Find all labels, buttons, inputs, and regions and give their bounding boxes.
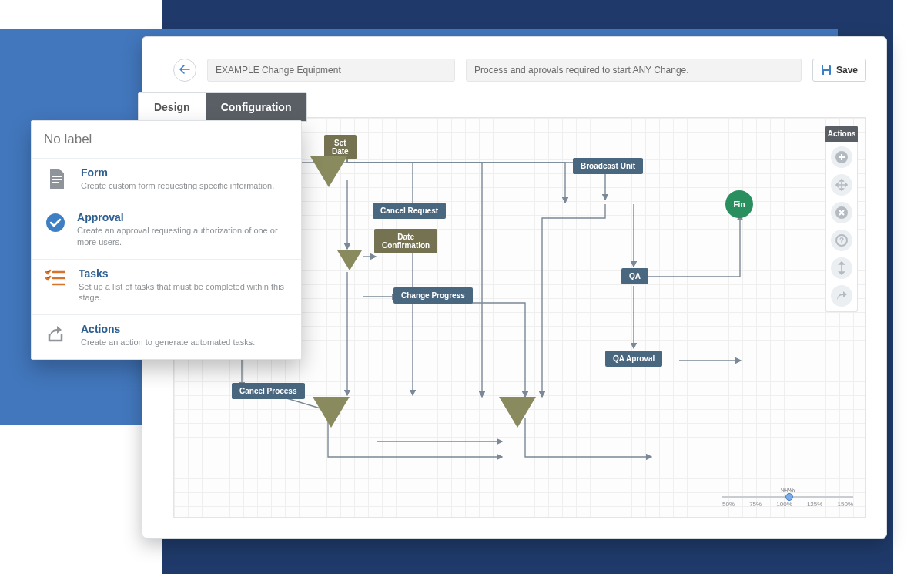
- popup-item-tasks[interactable]: Tasks Set up a list of tasks that must b…: [32, 259, 301, 315]
- svg-rect-1: [823, 65, 829, 69]
- tab-configuration[interactable]: Configuration: [206, 93, 307, 121]
- toolbar: Save: [173, 59, 866, 82]
- action-delete-button[interactable]: [831, 202, 852, 223]
- gateway-4[interactable]: [499, 397, 536, 428]
- action-move-button[interactable]: [831, 174, 852, 196]
- popup-item-title: Actions: [81, 323, 255, 335]
- popup-item-title: Tasks: [79, 267, 289, 280]
- action-add-button[interactable]: [831, 146, 852, 168]
- node-cancel-process[interactable]: Cancel Process: [232, 383, 305, 399]
- bg-shape-white: [0, 425, 148, 574]
- popup-item-approval[interactable]: Approval Create an approval requesting a…: [32, 203, 301, 259]
- popup-item-title: Approval: [77, 211, 289, 223]
- node-qa-aproval[interactable]: QA Aproval: [605, 351, 662, 367]
- actions-panel-body: ?: [825, 142, 858, 312]
- node-cancel-request[interactable]: Cancel Request: [373, 203, 446, 219]
- svg-rect-2: [824, 71, 829, 75]
- zoom-label-50: 50%: [722, 501, 735, 508]
- svg-text:?: ?: [839, 237, 844, 245]
- save-label: Save: [836, 65, 858, 76]
- action-share-button[interactable]: [831, 285, 852, 307]
- check-circle-icon: [44, 211, 66, 248]
- task-list-icon: [44, 267, 68, 304]
- action-help-button[interactable]: ?: [831, 230, 852, 251]
- x-circle-icon: [835, 206, 849, 220]
- gateway-1[interactable]: [310, 156, 347, 187]
- popup-item-desc: Create an action to generate automated t…: [81, 337, 255, 348]
- zoom-label-150: 150%: [838, 501, 853, 508]
- zoom-track[interactable]: [722, 496, 853, 498]
- back-arrow-icon: [179, 63, 190, 77]
- popup-item-desc: Create an approval requesting authorizat…: [77, 225, 289, 248]
- popup-item-desc: Create custom form requesting specific i…: [81, 180, 274, 192]
- zoom-label-100: 100%: [776, 501, 792, 508]
- svg-rect-8: [52, 179, 62, 180]
- zoom-thumb[interactable]: [785, 493, 793, 501]
- node-qa[interactable]: QA: [621, 268, 648, 284]
- popup-item-title: Form: [81, 166, 274, 179]
- node-change-progress[interactable]: Change Progress: [393, 287, 473, 304]
- node-date-confirmation[interactable]: Date Confirmation: [374, 229, 437, 253]
- actions-panel: Actions ?: [825, 126, 858, 312]
- move-icon: [835, 179, 848, 191]
- redo-arrow-icon: [835, 290, 848, 301]
- zoom-labels: 50% 75% 100% 125% 150%: [722, 501, 853, 508]
- popup-item-actions[interactable]: Actions Create an action to generate aut…: [32, 314, 301, 359]
- popup-item-desc: Set up a list of tasks that must be comp…: [79, 281, 289, 304]
- svg-rect-7: [52, 176, 62, 177]
- save-button[interactable]: Save: [812, 59, 866, 82]
- resize-vertical-icon: [837, 261, 846, 275]
- plus-circle-icon: [835, 150, 849, 164]
- question-icon: ?: [835, 234, 848, 247]
- share-icon: [44, 323, 70, 348]
- zoom-label-125: 125%: [807, 501, 822, 508]
- actions-panel-header: Actions: [825, 126, 858, 142]
- tab-bar: Design Configuration: [138, 92, 307, 122]
- svg-point-10: [46, 213, 65, 232]
- gateway-3[interactable]: [313, 397, 350, 428]
- svg-rect-9: [52, 182, 59, 183]
- document-icon: [44, 166, 70, 192]
- zoom-label-75: 75%: [749, 501, 762, 508]
- popup-title: No label: [32, 121, 301, 158]
- process-title-input[interactable]: [207, 59, 455, 82]
- process-description-input[interactable]: [466, 59, 802, 82]
- popup-item-form[interactable]: Form Create custom form requesting speci…: [32, 158, 301, 203]
- gateway-2[interactable]: [337, 250, 362, 270]
- node-fin[interactable]: Fin: [725, 190, 753, 218]
- save-icon: [821, 65, 832, 76]
- zoom-control[interactable]: 99% 50% 75% 100% 125% 150%: [722, 486, 853, 508]
- configuration-popup: No label Form Create custom form request…: [31, 120, 302, 360]
- back-button[interactable]: [173, 59, 196, 82]
- action-resize-button[interactable]: [831, 257, 852, 279]
- tab-design[interactable]: Design: [139, 93, 206, 121]
- node-broadcast-unit[interactable]: Broadcast Unit: [573, 158, 643, 174]
